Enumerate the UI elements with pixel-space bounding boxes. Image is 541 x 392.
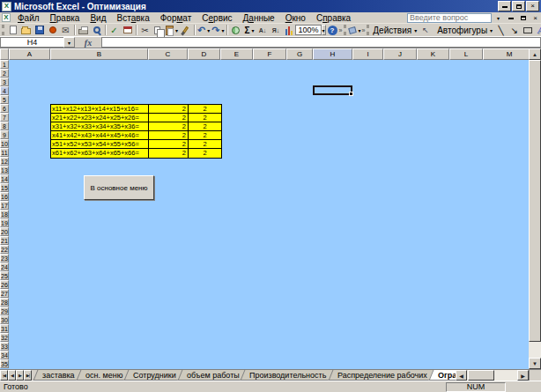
select-all-corner[interactable] bbox=[0, 48, 9, 60]
help-button[interactable]: ? bbox=[326, 24, 339, 36]
column-header-K[interactable]: K bbox=[417, 48, 449, 60]
row-header-17[interactable]: 17 bbox=[0, 201, 9, 210]
workbook-close-button[interactable]: × bbox=[530, 13, 541, 23]
toolbar-drag-handle[interactable] bbox=[2, 25, 4, 35]
column-header-E[interactable]: E bbox=[220, 48, 253, 60]
sheet-tab-Ограничение1[interactable]: Ограничение1 bbox=[428, 370, 456, 381]
column-header-F[interactable]: F bbox=[253, 48, 286, 60]
save-button[interactable] bbox=[33, 24, 46, 36]
sheet-tab-Сотрудники[interactable]: Сотрудники bbox=[123, 370, 185, 381]
row-header-16[interactable]: 16 bbox=[0, 192, 9, 201]
scroll-left-icon[interactable]: ◀ bbox=[456, 370, 467, 381]
row-header-4[interactable]: 4 bbox=[0, 86, 9, 95]
constraint-value-cell[interactable]: 2 bbox=[149, 131, 189, 140]
research-button[interactable] bbox=[121, 24, 134, 36]
selected-cell-H4[interactable] bbox=[313, 85, 352, 95]
question-box-input[interactable] bbox=[407, 13, 492, 23]
name-box-dropdown-icon[interactable]: ▾ bbox=[63, 37, 75, 48]
sheet-tab-Распределение рабочих[interactable]: Распределение рабочих bbox=[328, 370, 436, 381]
row-header-23[interactable]: 23 bbox=[0, 254, 9, 263]
menu-Правка[interactable]: Правка bbox=[45, 12, 85, 24]
row-header-26[interactable]: 26 bbox=[0, 280, 9, 289]
undo-button[interactable]: ↶▾ bbox=[196, 24, 211, 36]
column-header-G[interactable]: G bbox=[286, 48, 313, 60]
constraint-value-cell[interactable]: 2 bbox=[149, 122, 189, 131]
sort-descending-button[interactable]: Я↓ bbox=[269, 24, 282, 36]
column-header-J[interactable]: J bbox=[383, 48, 417, 60]
cut-button[interactable]: ✂ bbox=[138, 24, 152, 36]
row-header-33[interactable]: 33 bbox=[0, 342, 9, 351]
print-preview-button[interactable] bbox=[90, 24, 103, 36]
row-header-1[interactable]: 1 bbox=[0, 60, 9, 69]
row-header-18[interactable]: 18 bbox=[0, 210, 9, 218]
rectangle-button[interactable] bbox=[521, 24, 534, 36]
column-header-C[interactable]: C bbox=[148, 48, 188, 60]
column-header-D[interactable]: D bbox=[188, 48, 220, 60]
sheet-tab-Производительность[interactable]: Производительность bbox=[241, 370, 336, 381]
row-header-20[interactable]: 20 bbox=[0, 227, 9, 236]
fill-toolbar-drag-handle[interactable] bbox=[344, 25, 346, 35]
row-header-29[interactable]: 29 bbox=[0, 307, 9, 315]
paste-button[interactable]: ▾ bbox=[165, 24, 179, 36]
name-box[interactable]: H4 bbox=[0, 37, 63, 48]
row-header-12[interactable]: 12 bbox=[0, 157, 9, 166]
constraint-value-cell[interactable]: 2 bbox=[149, 140, 189, 149]
horizontal-scroll-track[interactable] bbox=[467, 370, 517, 381]
scroll-right-icon[interactable]: ▶ bbox=[517, 370, 529, 381]
first-sheet-icon[interactable]: |◀ bbox=[0, 370, 8, 381]
scroll-down-icon[interactable]: ▼ bbox=[529, 358, 541, 369]
row-header-21[interactable]: 21 bbox=[0, 236, 9, 245]
close-button[interactable]: × bbox=[526, 1, 539, 11]
constraint-expression-cell[interactable]: x61+x62+x63+x64+x65+x66= bbox=[51, 149, 149, 158]
toolbar-options-icon[interactable]: » bbox=[339, 24, 343, 36]
row-header-13[interactable]: 13 bbox=[0, 166, 9, 174]
last-sheet-icon[interactable]: ▶| bbox=[24, 370, 32, 381]
constraint-expression-cell[interactable]: x41+x42+x43+x44+x45+x46= bbox=[51, 131, 149, 140]
column-header-I[interactable]: I bbox=[352, 48, 383, 60]
row-header-6[interactable]: 6 bbox=[0, 104, 9, 113]
arrow-button[interactable]: ↘ bbox=[508, 24, 521, 36]
chart-wizard-button[interactable] bbox=[282, 24, 295, 36]
spelling-button[interactable]: ✓ bbox=[107, 24, 121, 36]
sort-ascending-button[interactable]: А↓ bbox=[256, 24, 269, 36]
previous-sheet-icon[interactable]: ◀ bbox=[8, 370, 16, 381]
constraint-limit-cell[interactable]: 2 bbox=[189, 131, 221, 140]
vertical-scroll-thumb[interactable] bbox=[529, 60, 541, 342]
row-header-3[interactable]: 3 bbox=[0, 78, 9, 86]
row-header-35[interactable]: 35 bbox=[0, 359, 9, 368]
menu-Файл[interactable]: Файл bbox=[12, 12, 45, 24]
constraint-expression-cell[interactable]: x51+x52+x53+x54+x55+x56= bbox=[51, 140, 149, 149]
menu-Сервис[interactable]: Сервис bbox=[196, 12, 237, 24]
print-button[interactable] bbox=[77, 24, 90, 36]
constraint-limit-cell[interactable]: 2 bbox=[189, 122, 221, 131]
row-header-11[interactable]: 11 bbox=[0, 148, 9, 157]
autosum-button[interactable]: Σ▾ bbox=[242, 24, 256, 36]
column-header-H[interactable]: H bbox=[313, 48, 352, 60]
sheet-tab-осн. меню[interactable]: осн. меню bbox=[76, 370, 131, 381]
menu-Вид[interactable]: Вид bbox=[85, 12, 111, 24]
constraint-limit-cell[interactable]: 2 bbox=[189, 140, 221, 149]
new-button[interactable] bbox=[6, 24, 19, 36]
constraint-limit-cell[interactable]: 2 bbox=[189, 149, 221, 158]
scroll-up-icon[interactable]: ▲ bbox=[529, 48, 541, 60]
row-header-5[interactable]: 5 bbox=[0, 95, 9, 104]
insert-function-button[interactable]: fx bbox=[75, 37, 101, 48]
workbook-restore-button[interactable] bbox=[517, 13, 529, 23]
fill-color-button[interactable]: ▾ bbox=[348, 24, 361, 36]
row-header-19[interactable]: 19 bbox=[0, 218, 9, 227]
menu-Справка[interactable]: Справка bbox=[311, 12, 356, 24]
menu-Данные[interactable]: Данные bbox=[238, 12, 280, 24]
constraint-value-cell[interactable]: 2 bbox=[149, 105, 189, 114]
row-header-34[interactable]: 34 bbox=[0, 351, 9, 359]
menu-Окно[interactable]: Окно bbox=[280, 12, 311, 24]
next-sheet-icon[interactable]: ▶ bbox=[16, 370, 24, 381]
redo-button[interactable]: ↷▾ bbox=[211, 24, 225, 36]
constraint-limit-cell[interactable]: 2 bbox=[189, 114, 221, 122]
row-header-30[interactable]: 30 bbox=[0, 315, 9, 324]
wordart-button[interactable]: A bbox=[534, 24, 541, 36]
main-menu-button[interactable]: В основное меню bbox=[84, 175, 154, 200]
restore-button[interactable] bbox=[512, 1, 525, 11]
open-button[interactable] bbox=[19, 24, 33, 36]
row-header-14[interactable]: 14 bbox=[0, 174, 9, 183]
row-header-24[interactable]: 24 bbox=[0, 263, 9, 271]
